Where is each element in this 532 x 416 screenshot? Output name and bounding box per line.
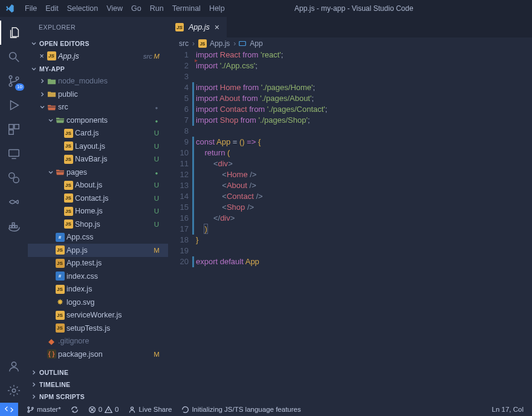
activity-search[interactable] (0, 45, 28, 69)
svg-rect-11 (12, 226, 15, 228)
activity-remote-explorer[interactable] (0, 141, 28, 166)
tree-item[interactable]: JSShop.jsU (28, 218, 168, 231)
tree-item[interactable]: src (28, 101, 168, 114)
js-test-file-icon: JS (56, 323, 65, 333)
section-timeline[interactable]: TIMELINE (28, 379, 168, 391)
git-status-badge: U (152, 221, 161, 228)
breadcrumb-seg[interactable]: App (250, 39, 262, 48)
activity-docker[interactable] (0, 214, 28, 238)
activity-bookmarks[interactable] (0, 166, 28, 190)
activity-explorer[interactable] (0, 21, 28, 45)
tree-item[interactable]: components (28, 114, 168, 127)
menu-run[interactable]: Run (146, 4, 168, 13)
svg-rect-12 (15, 226, 18, 228)
menu-terminal[interactable]: Terminal (168, 4, 205, 13)
tree-item[interactable]: #App.css (28, 231, 168, 244)
activity-accounts[interactable] (0, 354, 28, 379)
status-cursor-pos[interactable]: Ln 17, Col (487, 403, 528, 416)
menu-go[interactable]: Go (127, 4, 146, 13)
tree-item[interactable]: JSCard.jsU (28, 127, 168, 140)
section-outline[interactable]: OUTLINE (28, 366, 168, 379)
svg-rect-7 (9, 150, 19, 157)
tree-item[interactable]: ✸logo.svg (28, 296, 168, 309)
tree-item[interactable]: JSsetupTests.js (28, 322, 168, 335)
tree-item[interactable]: JSContact.jsU (28, 192, 168, 205)
section-project[interactable]: MY-APP (28, 63, 168, 75)
tree-item-label: NavBar.js (75, 155, 152, 163)
code-editor[interactable]: 1234567891011121314151617181920 import R… (168, 50, 532, 403)
tree-item[interactable]: #index.css (28, 270, 168, 283)
status-lang-init[interactable]: Initializing JS/TS language features (177, 403, 305, 416)
close-icon[interactable]: × (37, 52, 46, 60)
section-open-editors[interactable]: OPEN EDITORS (28, 37, 168, 50)
tree-item[interactable]: JSindex.js (28, 283, 168, 296)
code-content[interactable]: import React from 'react';import './App.… (193, 50, 532, 403)
svg-rect-13 (12, 223, 15, 226)
activity-extensions[interactable] (0, 117, 28, 141)
account-icon (7, 360, 21, 373)
remote-icon (5, 405, 13, 414)
activity-live-share[interactable] (0, 190, 28, 214)
gutter: 1234567891011121314151617181920 (168, 50, 193, 403)
menu-edit[interactable]: Edit (41, 4, 63, 13)
open-editor-desc: src (143, 53, 152, 60)
tree-item[interactable]: JSNavBar.jsU (28, 153, 168, 166)
section-npm-scripts[interactable]: NPM SCRIPTS (28, 391, 168, 403)
tree-item[interactable]: public (28, 88, 168, 101)
window-title: App.js - my-app - Visual Studio Code (229, 4, 479, 13)
tree-item[interactable]: JSHome.jsU (28, 205, 168, 218)
tree-item[interactable]: { }package.jsonM (28, 348, 168, 361)
js-file-icon: JS (64, 141, 73, 151)
activity-settings[interactable] (0, 379, 28, 403)
tree-item-label: Home.js (75, 207, 152, 215)
tree-item[interactable]: JSApp.test.js (28, 257, 168, 270)
tree-item[interactable]: JSLayout.jsU (28, 140, 168, 153)
tree-item[interactable]: JSApp.jsM (28, 244, 168, 257)
tree-item-label: components (66, 116, 152, 125)
breadcrumb-seg[interactable]: App.js (210, 39, 230, 48)
sidebar-title: EXPLORER (28, 17, 168, 37)
tree-item[interactable]: JSserviceWorker.js (28, 309, 168, 322)
tree-item[interactable]: JSAbout.jsU (28, 179, 168, 192)
sync-icon (71, 406, 79, 414)
chevron-down-icon (47, 169, 54, 176)
files-icon (8, 26, 21, 39)
close-tab-icon[interactable]: × (215, 22, 219, 32)
status-problems[interactable]: 0 0 (83, 403, 124, 416)
chevron-down-icon (30, 40, 37, 47)
tree-item-label: index.js (66, 285, 161, 293)
tree-item-label: App.test.js (66, 259, 161, 267)
menu-selection[interactable]: Selection (63, 4, 102, 13)
run-icon (7, 99, 21, 112)
tab-label: App.js (189, 23, 210, 31)
status-live-share[interactable]: Live Share (123, 403, 177, 416)
title-bar: File Edit Selection View Go Run Terminal… (0, 0, 532, 17)
git-dot-badge (152, 169, 161, 176)
activity-run[interactable] (0, 93, 28, 117)
tree-item[interactable]: node_modules (28, 75, 168, 88)
menu-help[interactable]: Help (205, 4, 229, 13)
svg-point-1 (9, 76, 12, 79)
bookmarks-icon (7, 171, 21, 184)
breadcrumb-seg[interactable]: src (179, 39, 189, 48)
chevron-right-icon (39, 77, 46, 85)
chevron-right-icon (30, 393, 37, 400)
tab-app-js[interactable]: JS App.js × (168, 17, 227, 37)
git-status-badge: M (152, 247, 161, 254)
status-sync[interactable] (66, 403, 83, 416)
search-icon (7, 50, 21, 63)
js-file-icon: JS (56, 285, 65, 294)
remote-indicator[interactable] (0, 403, 18, 416)
tree-item[interactable]: ◆.gitignore (28, 335, 168, 348)
open-editor-item[interactable]: × JS App.js src M (28, 50, 168, 63)
menu-file[interactable]: File (21, 4, 41, 13)
tree-item-label: Shop.js (75, 220, 152, 229)
json-file-icon: { } (47, 349, 56, 359)
activity-scm[interactable]: 10 (0, 69, 28, 93)
menu-view[interactable]: View (102, 4, 127, 13)
status-branch[interactable]: master* (22, 403, 66, 416)
chevron-down-icon (47, 117, 54, 124)
tree-item[interactable]: pages (28, 166, 168, 179)
breadcrumb[interactable]: src› JS App.js› App (168, 37, 532, 50)
docker-icon (7, 219, 21, 233)
